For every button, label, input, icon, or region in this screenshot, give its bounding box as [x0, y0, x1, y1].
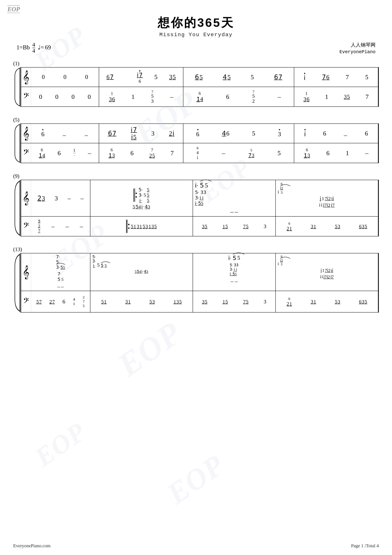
time-sig-num: 4: [32, 42, 35, 48]
arc-svg: [199, 178, 212, 182]
t4m3: i̇· 5̇ 5: [193, 253, 276, 291]
arc-svg-4: [101, 260, 110, 263]
bass-clef-3: 𝄢: [21, 217, 31, 236]
treble-clef-2: 𝄞: [21, 124, 31, 143]
b4m2: 5 1 3 1 5 3 1 3: [90, 291, 193, 312]
arc-svg-5: [232, 251, 245, 255]
b3m2: 5 1 3 1 5 3 1: [90, 217, 193, 236]
bracket-3: [13, 180, 21, 236]
t4m1: 7̇· 5̇· 3̇·: [31, 253, 90, 291]
t4m4: i̇ 6 i̇2 3: [276, 253, 379, 291]
t4m2: 5̇· 3̇· i̇· 5: [90, 253, 193, 291]
section-1: (1) 𝄞 0: [13, 60, 379, 107]
time-sig-display: 4 4: [32, 41, 36, 54]
b2m4: 6 1̇ 3 6 1 –: [294, 143, 379, 163]
section-label-1: (1): [13, 60, 379, 66]
bracket-svg-3: [13, 180, 21, 236]
arc-svg-3: [56, 262, 66, 265]
grand-staff-4: 𝄞 7̇· 5̇·: [13, 253, 379, 313]
site-name-en: EveryonePiano: [340, 49, 376, 55]
t1m3: 6̇ 5 4̇ 5 5 6̇ 7̇: [183, 67, 294, 87]
t3m4: i̇ 6 i̇2: [276, 180, 379, 216]
t2m4: i̇ 6 – 6: [294, 124, 379, 143]
two-staves-4: 𝄞 7̇· 5̇·: [21, 253, 379, 313]
grand-staff-3: 𝄞 2̇ 3 3 – –: [13, 180, 379, 236]
site-name-cn: 人人钢琴网: [340, 41, 376, 49]
treble-clef-4: 𝄞: [21, 253, 31, 291]
t3m1: 2̇ 3 3 – –: [31, 180, 90, 216]
note-t1m2-1: 6 7̇: [107, 74, 114, 80]
bass-staff-4: 𝄢 5 7 2 7 6 4: [21, 291, 379, 313]
b1m2: 1 3 6 1 7 5 3 –: [99, 87, 183, 106]
bracket-svg-2: [13, 124, 21, 163]
watermark-text-7: EOP: [161, 448, 230, 511]
bracket-1: [13, 67, 21, 107]
site-info: 人人钢琴网 EveryonePiano: [340, 41, 376, 55]
note-t1m2-2: i̇ 7̇ 6: [137, 70, 143, 84]
t2m3: 6 4̇ 6 5 3: [183, 124, 294, 143]
arc-svg-6: [279, 256, 291, 259]
b2m3: 6 4 i̇ – 5 7̇ 3 5: [183, 143, 294, 163]
t2m1: 6 – –: [31, 124, 99, 143]
t3m2: 5̇· 3̇· i̇· 5 5 5 5: [90, 180, 193, 216]
section-label-4: (13): [13, 246, 379, 252]
treble-staff-1: 𝄞 0 0 0 6 7̇: [21, 67, 379, 87]
main-title: 想你的365天: [13, 15, 379, 31]
b1m4: 1 3 6 1 3 5 7: [294, 87, 379, 106]
page-footer: EveryonePiano.com Page 1 /Total 4: [13, 543, 379, 548]
b2m1: 6 1̇ 4 6 1 · –: [31, 143, 99, 163]
repeat-open-sign-2: [126, 220, 129, 233]
treble-clef-symbol: 𝄞: [22, 71, 29, 83]
section-3: (9) 𝄞 2̇ 3: [13, 173, 379, 236]
b3m3: 3 5 1 5 7 5 3: [193, 217, 276, 236]
bracket-svg-4: [13, 253, 21, 313]
section-4: (13) 𝄞 7̇·: [13, 246, 379, 313]
bass-clef-symbol: 𝄢: [23, 92, 29, 101]
b2m2: 6 1̇ 3 6 7 2 5: [99, 143, 183, 163]
b4m4: 6 2 1 3 1 5 3: [276, 291, 379, 312]
tempo-info: 1=Bb 4 4 ♩= 69: [16, 41, 51, 54]
bracket-4: [13, 253, 21, 313]
bracket-2: [13, 124, 21, 163]
b1m3: 6 1̇ 4 6 7 5 2 –: [183, 87, 294, 106]
note-t1m2-4: 3 5: [169, 73, 176, 81]
two-staves-2: 𝄞 6 – – 6̇ 7̇: [21, 124, 379, 163]
note-t1m1-2: 0: [64, 74, 66, 80]
repeat-open-sign: [134, 189, 137, 202]
bass-staff-1: 𝄢 0 0 0 0 1 3: [21, 87, 379, 107]
tempo-value: 69: [45, 44, 51, 51]
info-bar: 1=Bb 4 4 ♩= 69 人人钢琴网 EveryonePiano: [13, 41, 379, 55]
time-sig-den: 4: [32, 48, 35, 54]
note-t1m3-group: 6̇ 5: [195, 73, 203, 81]
treble-clef-3: 𝄞: [21, 180, 31, 216]
grand-staff-1: 𝄞 0 0 0 6 7̇: [13, 67, 379, 107]
bass-clef-2: 𝄢: [21, 143, 31, 163]
section-label-3: (9): [13, 173, 379, 179]
treble-staff-2: 𝄞 6 – – 6̇ 7̇: [21, 124, 379, 143]
t1m4: i̇ 7̇ 6 7 5: [294, 67, 379, 87]
footer-left: EveryonePiano.com: [13, 543, 50, 548]
note-t1m1-1: 0: [42, 74, 45, 80]
arc-svg-2: [279, 183, 291, 187]
t1m1: 0 0 0: [31, 67, 99, 87]
note-t1m2-3: 5: [154, 73, 157, 81]
page-content: 想你的365天 Missing You Everyday 1=Bb 4 4 ♩=…: [0, 0, 392, 332]
key-label: 1=Bb: [16, 44, 30, 51]
b3m1: 5̇ 2 7 – – –: [31, 217, 90, 236]
bass-clef-4: 𝄢: [21, 291, 31, 312]
section-label-2: (5): [13, 117, 379, 123]
note-t1m1-3: 0: [85, 74, 88, 80]
sub-title: Missing You Everyday: [13, 32, 379, 38]
b1m1: 0 0 0 0: [31, 87, 99, 106]
bass-staff-3: 𝄢 5̇ 2 7 – – –: [21, 217, 379, 236]
title-area: 想你的365天 Missing You Everyday: [13, 15, 379, 38]
b3m4: 6 2 1 3 1 5 3: [276, 217, 379, 236]
bass-staff-2: 𝄢 6 1̇ 4 6 1: [21, 143, 379, 163]
bass-clef-1: 𝄢: [21, 87, 31, 106]
two-staves-3: 𝄞 2̇ 3 3 – –: [21, 180, 379, 236]
b4m3: 3 5 1 5 7 5 3: [193, 291, 276, 312]
two-staves-1: 𝄞 0 0 0 6 7̇: [21, 67, 379, 107]
t2m2: 6̇ 7̇ i̇ 7̇ i̇ 5: [99, 124, 183, 143]
bracket-svg-1: [13, 67, 21, 107]
treble-staff-4: 𝄞 7̇· 5̇·: [21, 253, 379, 291]
